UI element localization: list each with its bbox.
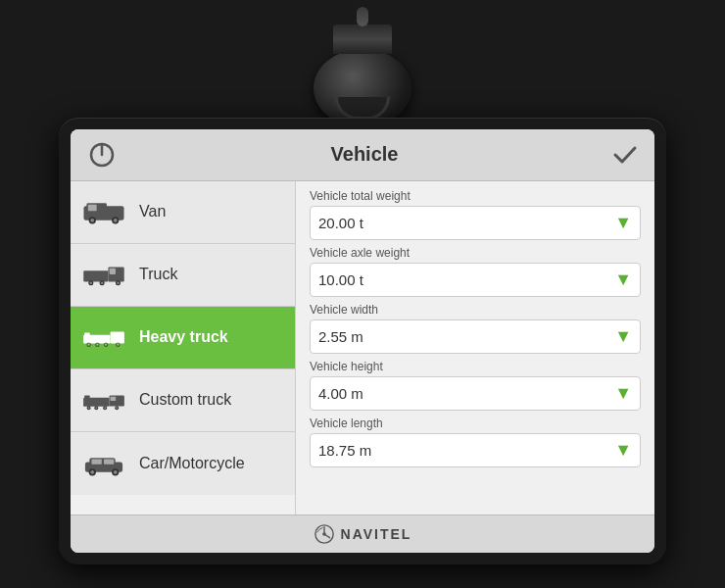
svg-rect-34	[111, 397, 117, 401]
total-weight-label: Vehicle total weight	[310, 189, 641, 203]
main-content: Van	[71, 181, 654, 514]
svg-rect-31	[84, 396, 90, 400]
car-icon	[82, 449, 125, 478]
svg-point-29	[117, 344, 119, 346]
svg-rect-32	[83, 404, 109, 406]
svg-point-17	[117, 282, 120, 285]
svg-point-38	[95, 407, 97, 409]
height-arrow: ▼	[614, 383, 632, 404]
navitel-symbol-icon	[314, 523, 335, 545]
svg-rect-21	[112, 333, 118, 338]
setting-axle-weight: Vehicle axle weight 10.00 t ▼	[310, 246, 641, 297]
setting-width: Vehicle width 2.55 m ▼	[310, 303, 641, 354]
svg-point-42	[116, 407, 118, 409]
axle-weight-value: 10.00 t	[318, 271, 363, 288]
width-label: Vehicle width	[310, 303, 641, 317]
custom-truck-icon	[82, 385, 125, 415]
svg-point-6	[90, 219, 94, 222]
power-icon[interactable]	[86, 139, 118, 171]
svg-rect-11	[110, 269, 116, 274]
axle-weight-dropdown[interactable]: 10.00 t ▼	[310, 263, 641, 297]
vehicle-item-car[interactable]: Car/Motorcycle	[71, 432, 295, 495]
setting-length: Vehicle length 18.75 m ▼	[310, 416, 641, 467]
svg-point-48	[90, 469, 94, 473]
setting-height: Vehicle height 4.00 m ▼	[310, 360, 641, 411]
height-label: Vehicle height	[310, 360, 641, 373]
heavy-truck-label: Heavy truck	[139, 328, 228, 346]
svg-point-15	[101, 282, 104, 285]
total-weight-dropdown[interactable]: 20.00 t ▼	[310, 206, 641, 240]
truck-icon	[82, 260, 125, 289]
svg-rect-4	[88, 205, 97, 212]
svg-rect-46	[104, 459, 114, 464]
length-value: 18.75 m	[318, 442, 371, 459]
van-label: Van	[139, 203, 166, 220]
custom-truck-label: Custom truck	[139, 391, 231, 409]
total-weight-arrow: ▼	[614, 213, 632, 233]
svg-point-50	[114, 469, 118, 473]
svg-point-36	[88, 407, 90, 409]
vehicle-item-heavy-truck[interactable]: Heavy truck	[71, 307, 295, 369]
van-icon	[82, 197, 125, 226]
svg-point-40	[104, 407, 106, 409]
vehicle-item-truck[interactable]: Truck	[71, 244, 295, 307]
brand-name: NAVITEL	[341, 526, 412, 542]
svg-point-25	[96, 344, 98, 346]
svg-rect-45	[92, 459, 102, 464]
length-dropdown[interactable]: 18.75 m ▼	[310, 433, 641, 467]
svg-point-8	[114, 219, 118, 222]
heavy-truck-icon	[82, 322, 125, 352]
vehicle-item-van[interactable]: Van	[71, 181, 295, 244]
mount	[333, 24, 392, 54]
svg-point-52	[322, 532, 326, 536]
svg-point-23	[88, 344, 90, 346]
setting-total-weight: Vehicle total weight 20.00 t ▼	[310, 189, 641, 240]
screen: Vehicle	[71, 129, 654, 553]
width-value: 2.55 m	[318, 328, 363, 345]
width-arrow: ▼	[614, 326, 632, 347]
car-label: Car/Motorcycle	[139, 455, 245, 472]
width-dropdown[interactable]: 2.55 m ▼	[310, 319, 641, 354]
footer: NAVITEL	[71, 514, 654, 553]
axle-weight-label: Vehicle axle weight	[310, 246, 641, 260]
vehicle-item-custom-truck[interactable]: Custom truck	[71, 369, 295, 432]
header: Vehicle	[71, 129, 654, 181]
total-weight-value: 20.00 t	[318, 215, 363, 231]
svg-point-27	[105, 344, 107, 346]
length-label: Vehicle length	[310, 416, 641, 430]
device-wrapper: Vehicle	[59, 24, 666, 564]
page-title: Vehicle	[118, 143, 611, 166]
checkmark-icon[interactable]	[611, 141, 639, 169]
truck-label: Truck	[139, 266, 177, 283]
vehicle-list: Van	[71, 181, 296, 514]
svg-point-13	[90, 282, 93, 285]
length-arrow: ▼	[614, 440, 632, 461]
suction-cup	[314, 49, 411, 127]
height-dropdown[interactable]: 4.00 m ▼	[310, 376, 641, 411]
svg-rect-9	[83, 270, 108, 281]
navitel-logo: NAVITEL	[314, 523, 412, 545]
gps-device: Vehicle	[59, 118, 666, 564]
axle-weight-arrow: ▼	[614, 270, 632, 290]
settings-panel: Vehicle total weight 20.00 t ▼ Vehicle a…	[296, 181, 654, 514]
height-value: 4.00 m	[318, 385, 363, 402]
svg-rect-19	[84, 333, 90, 337]
